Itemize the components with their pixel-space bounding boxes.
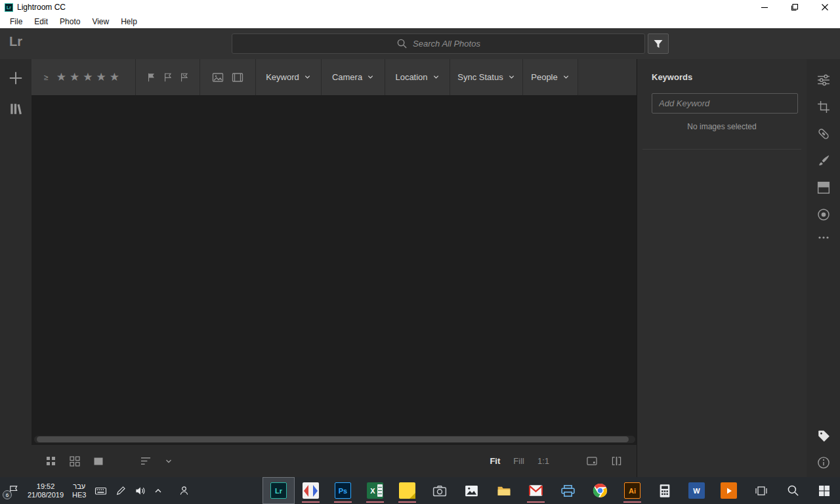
split-view-icon [611, 456, 622, 466]
chevron-down-icon [165, 457, 173, 465]
taskbar-app-file-explorer[interactable] [488, 477, 520, 504]
brush-button[interactable] [817, 154, 830, 167]
camera-dropdown[interactable]: Camera [322, 59, 385, 95]
zoom-1-1-button[interactable]: 1:1 [537, 456, 549, 466]
people-dropdown[interactable]: People [523, 59, 578, 95]
taskbar-app-calculator[interactable] [648, 477, 681, 504]
lightroom-app: Lr Search All Photos [0, 28, 840, 477]
taskbar-search-button[interactable] [777, 477, 808, 504]
menu-help[interactable]: Help [115, 14, 143, 28]
chevron-down-icon [432, 74, 440, 81]
sort-menu-button[interactable] [165, 457, 173, 465]
rating-ge-toggle[interactable]: ≥ [44, 73, 49, 82]
pen-settings-button[interactable] [116, 486, 126, 496]
flag-reject-icon[interactable] [179, 72, 190, 83]
taskbar-app-paint[interactable] [295, 477, 327, 504]
crop-button[interactable] [817, 100, 830, 114]
taskbar-app-photos[interactable] [455, 477, 488, 504]
video-icon[interactable] [232, 72, 243, 83]
taskbar-app-lightroom[interactable]: Lr [262, 477, 295, 504]
minimize-button[interactable] [749, 0, 780, 14]
action-center-button[interactable]: 6 [8, 485, 19, 496]
sort-button[interactable] [140, 456, 152, 466]
location-dropdown-label: Location [395, 72, 427, 82]
flag-filter[interactable] [136, 59, 200, 95]
taskbar-app-printer[interactable] [552, 477, 584, 504]
location-dropdown[interactable]: Location [385, 59, 450, 95]
my-photos-button[interactable] [9, 102, 23, 116]
add-photos-button[interactable] [9, 71, 23, 85]
people-button[interactable] [178, 485, 190, 496]
start-button[interactable] [808, 477, 840, 504]
bottom-toolbar: Fit Fill 1:1 [32, 445, 637, 477]
zoom-fill-button[interactable]: Fill [513, 456, 524, 466]
tray-expand-button[interactable] [154, 488, 162, 494]
search-input[interactable]: Search All Photos [232, 33, 645, 54]
single-photo-view-button[interactable] [93, 456, 104, 467]
menu-view[interactable]: View [86, 14, 115, 28]
excel-sheet [377, 484, 383, 497]
zoom-fit-button[interactable]: Fit [490, 456, 500, 466]
taskbar-app-excel[interactable]: X [359, 477, 391, 504]
radial-gradient-button[interactable] [817, 208, 830, 221]
flag-pick-icon[interactable] [146, 72, 157, 83]
menu-bar: File Edit Photo View Help [0, 14, 840, 28]
excel-icon: X [367, 482, 383, 499]
sync-status-dropdown[interactable]: Sync Status [450, 59, 523, 95]
star-rating-filter[interactable]: ★★★★★ [53, 70, 123, 84]
grid-view-large-button[interactable] [70, 456, 80, 467]
keywords-tab-button[interactable] [817, 429, 830, 442]
split-view-button[interactable] [611, 456, 622, 466]
close-button[interactable] [810, 0, 840, 14]
media-type-filter[interactable] [200, 59, 256, 95]
show-badges-button[interactable] [586, 456, 598, 466]
touch-keyboard-button[interactable] [94, 486, 107, 496]
volume-button[interactable] [135, 486, 146, 496]
radial-gradient-icon [817, 208, 830, 221]
menu-edit[interactable]: Edit [28, 14, 54, 28]
photoshop-icon: Ps [335, 482, 351, 499]
edit-sliders-icon [816, 74, 831, 87]
ellipsis-icon [818, 235, 830, 240]
chevron-up-icon [154, 488, 162, 494]
healing-brush-icon [817, 127, 830, 140]
keywords-panel-title: Keywords [637, 59, 807, 82]
horizontal-scrollbar[interactable] [34, 436, 635, 443]
flag-unflagged-icon[interactable] [163, 72, 173, 83]
taskbar-app-photoshop[interactable]: Ps [327, 477, 359, 504]
language-name: עבר [73, 482, 85, 491]
close-icon [821, 3, 829, 11]
more-tools-button[interactable] [818, 235, 830, 240]
taskbar-app-sticky-notes[interactable] [391, 477, 423, 504]
add-keyword-input[interactable] [652, 93, 798, 114]
taskbar-app-word[interactable]: W [681, 477, 713, 504]
grid-view-small-button[interactable] [46, 456, 56, 467]
edit-button[interactable] [816, 74, 831, 87]
info-button[interactable] [817, 456, 830, 469]
illustrator-icon: Ai [624, 482, 640, 499]
healing-brush-button[interactable] [817, 127, 830, 140]
restore-button[interactable] [780, 0, 810, 14]
taskbar-app-chrome[interactable] [584, 477, 616, 504]
taskbar-clock[interactable]: 19:52 21/08/2019 [28, 482, 64, 499]
chevron-down-icon [304, 74, 311, 81]
chevron-down-icon [562, 74, 570, 81]
taskbar-app-mail[interactable] [520, 477, 552, 504]
photo-icon[interactable] [212, 72, 224, 83]
chevron-down-icon [508, 74, 515, 81]
language-indicator[interactable]: עבר HE3 [72, 482, 86, 499]
linear-gradient-button[interactable] [817, 181, 830, 194]
tag-icon [817, 429, 830, 442]
photo-grid-area[interactable] [32, 95, 637, 445]
task-view-button[interactable] [746, 477, 777, 504]
taskbar-app-video-player[interactable] [713, 477, 745, 504]
menu-photo[interactable]: Photo [54, 14, 86, 28]
scrollbar-thumb[interactable] [37, 436, 629, 442]
taskbar-app-illustrator[interactable]: Ai [616, 477, 648, 504]
keyword-dropdown[interactable]: Keyword [256, 59, 322, 95]
taskbar-app-camera[interactable] [423, 477, 455, 504]
excel-letter: X [370, 487, 375, 495]
filter-button[interactable] [648, 33, 669, 54]
rating-filter[interactable]: ≥ ★★★★★ [32, 59, 136, 95]
menu-file[interactable]: File [4, 14, 28, 28]
